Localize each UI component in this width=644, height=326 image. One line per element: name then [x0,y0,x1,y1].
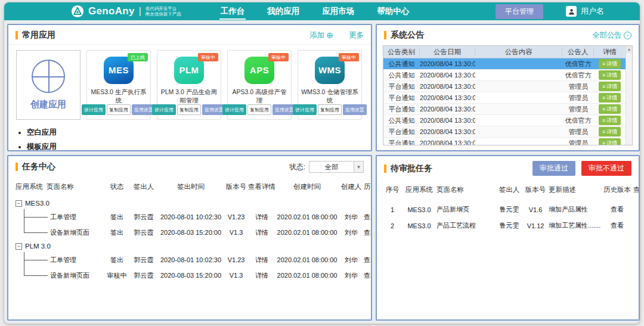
col-header-update-desc: 更新描述 [549,185,601,194]
col-header-checkout-time: 签出时间 [157,182,224,191]
approval-row[interactable]: 1 MES3.0 产品新增页 鲁元雯 V1.6 增加产品属性 查看 详情 [383,201,633,218]
announcement-type: 公共通知 [383,71,420,80]
app-card[interactable]: 审核中 WMS WMS3.0 仓储管理系统 设计应用 复制应用 应用设置 [298,50,362,120]
option-blank-app[interactable]: 空白应用 [27,126,80,140]
tree-connector [16,209,47,225]
option-template-app[interactable]: 模板应用 [27,140,80,151]
announcement-type: 平台通知 [383,128,420,136]
announcement-type: 公共通知 [383,116,420,125]
task-checkout-person: 郭云霞 [130,256,157,265]
task-page-name: 工单管理 [47,256,104,265]
announcement-row[interactable]: 公共通知 2020/08/04 13:30:00 优倍官方 ≡详情 [383,115,626,126]
dashboard-grid: 常用应用 添加⊕ 更多 创建应用 空白应用 模板应用 [4,20,640,321]
create-app-card[interactable]: 创建应用 [16,50,80,120]
task-detail-link[interactable]: 详情 [248,271,275,280]
collapse-icon[interactable]: − [16,200,22,207]
task-history-link[interactable]: 查看 [364,256,372,265]
app-card[interactable]: 审核中 PLM PLM 3.0 产品生命周期管理 设计应用 复制应用 应用设置 [157,50,221,120]
add-app-link[interactable]: 添加⊕ [309,30,333,41]
user-box[interactable]: 用户名 [566,6,604,17]
create-options-list: 空白应用 模板应用 [27,126,80,151]
chevron-down-icon[interactable]: ▼ [354,162,363,172]
announcement-detail-button[interactable]: ≡详情 [599,70,621,80]
app-card[interactable]: 审核中 APS APS3.0 高级排产管理 设计应用 复制应用 应用设置 [227,50,292,120]
announcement-author: 优倍官方 [562,116,594,125]
copy-app-button[interactable]: 复制应用 [177,104,201,115]
app-settings-button[interactable]: 应用设置 [343,104,367,115]
design-app-button[interactable]: 设计应用 [82,104,106,115]
all-announcements-link[interactable]: 全部公告› [592,30,631,41]
task-history-link[interactable]: 查看 [364,228,372,237]
list-icon: ≡ [602,72,605,78]
username-label: 用户名 [581,6,604,17]
design-app-button[interactable]: 设计应用 [293,104,317,115]
task-row: 工单管理 签出 郭云霞 2020-08-01 10:02:30 V1.23 详情… [16,252,364,268]
task-history-link[interactable]: 查看 [364,213,372,222]
status-filter-label: 状态: [289,162,305,172]
status-filter: 状态: 全部 ▼ [289,161,364,173]
nav-item-help-center[interactable]: 帮助中心 [376,3,410,20]
announcement-detail-button[interactable]: ≡详情 [599,59,621,69]
task-checkout-time: 2020-08-03 15:20:00 [157,229,224,236]
design-app-button[interactable]: 设计应用 [222,104,246,115]
task-version: V1.3 [224,229,248,236]
task-creator: 刘华 [339,213,364,222]
design-app-button[interactable]: 设计应用 [152,104,176,115]
approval-history-link[interactable]: 查看 [601,221,633,230]
announcement-detail-button[interactable]: ≡详情 [599,104,621,114]
platform-admin-button[interactable]: 平台管理 [496,4,543,19]
announcement-row[interactable]: 平台通知 2020/08/04 13:30:00 管理员 ≡详情 [383,104,626,115]
announcement-detail-button[interactable]: ≡详情 [599,127,621,136]
nav-item-app-market[interactable]: 应用市场 [321,3,355,20]
app-name: WMS3.0 仓储管理系统 [298,88,361,104]
copy-app-button[interactable]: 复制应用 [247,104,271,115]
announcement-detail-button[interactable]: ≡详情 [599,82,621,91]
announcement-row[interactable]: 公共通知 2020/08/04 13:30:00 优倍官方 ≡详情 [383,70,626,81]
announcements-panel: 系统公告 全部公告› 公告类别 公告日期 公告内容 公告人 详情 公共通知 20… [376,24,640,151]
announcement-detail-button[interactable]: ≡详情 [599,93,621,103]
announcement-date: 2020/08/04 13:30:00 [420,94,475,101]
announcement-author: 优倍官方 [562,60,594,69]
announcement-row[interactable]: 平台通知 2020/08/04 13:30:00 管理员 ≡详情 [383,126,626,138]
task-history-link[interactable]: 查看 [364,271,372,280]
nav-item-workbench[interactable]: 工作台 [219,3,246,20]
task-version: V1.23 [224,213,248,221]
announcement-row[interactable]: 平台通知 2020/08/04 13:30:00 管理员 ≡详情 [383,138,626,145]
list-icon: ≡ [602,95,605,101]
approval-history-link[interactable]: 查看 [601,205,633,214]
col-header-author: 公告人 [562,48,594,57]
col-header-history: 历史版本 [364,182,372,191]
scroll-up-arrow-icon[interactable]: ▲ [626,46,632,53]
task-create-time: 2020.02.01 08:00:00 [275,256,339,263]
announcement-detail-button[interactable]: ≡详情 [599,138,621,145]
task-detail-link[interactable]: 详情 [248,256,275,265]
announcement-detail-button[interactable]: ≡详情 [599,116,621,125]
app-card[interactable]: 已上线 MES MES3.0 生产执行系统 设计应用 复制应用 应用设置 [86,50,151,120]
task-detail-link[interactable]: 详情 [248,213,275,222]
approve-button[interactable]: 审批通过 [532,161,575,176]
status-select[interactable]: 全部 ▼ [309,161,364,173]
announcement-row[interactable]: 公共通知 2020/08/04 13:30:00 优倍官方 ≡详情 [383,58,626,70]
copy-app-button[interactable]: 复制应用 [318,104,342,115]
col-header-checkout-person: 签出人 [496,185,522,194]
task-creator: 刘华 [339,271,364,280]
reject-button[interactable]: 审批不通过 [581,161,631,176]
nav-item-my-apps[interactable]: 我的应用 [266,3,301,20]
task-checkout-time: 2020-08-01 10:02:30 [157,256,224,263]
task-detail-link[interactable]: 详情 [248,228,275,237]
task-center-header: 任务中心 状态: 全部 ▼ [8,156,371,176]
app-name: PLM 3.0 产品生命周期管理 [157,88,221,104]
copy-app-button[interactable]: 复制应用 [107,104,131,115]
collapse-icon[interactable]: − [16,243,22,250]
approval-row[interactable]: 2 MES3.0 产品工艺流程 鲁元雯 V1.12 增加工艺属性....... … [383,218,633,234]
col-header-date: 公告日期 [420,48,475,57]
announcements-table-header-row: 公告类别 公告日期 公告内容 公告人 详情 [383,46,626,58]
announcements-table: 公告类别 公告日期 公告内容 公告人 详情 公共通知 2020/08/04 13… [383,45,633,145]
announcements-scrollbar[interactable]: ▲ [626,46,632,145]
approval-app-system: MES3.0 [402,222,436,229]
col-header-app-system: 应用系统 [402,185,436,194]
more-apps-link[interactable]: 更多 [349,30,364,41]
top-navbar: GenoAny | 低代码开发平台 南京优倍旗下产品 工作台 我的应用 应用市场… [4,2,640,20]
announcement-row[interactable]: 平台通知 2020/08/04 13:30:00 管理员 ≡详情 [383,92,626,104]
announcement-row[interactable]: 平台通知 2020/08/04 13:30:00 管理员 ≡详情 [383,81,626,92]
